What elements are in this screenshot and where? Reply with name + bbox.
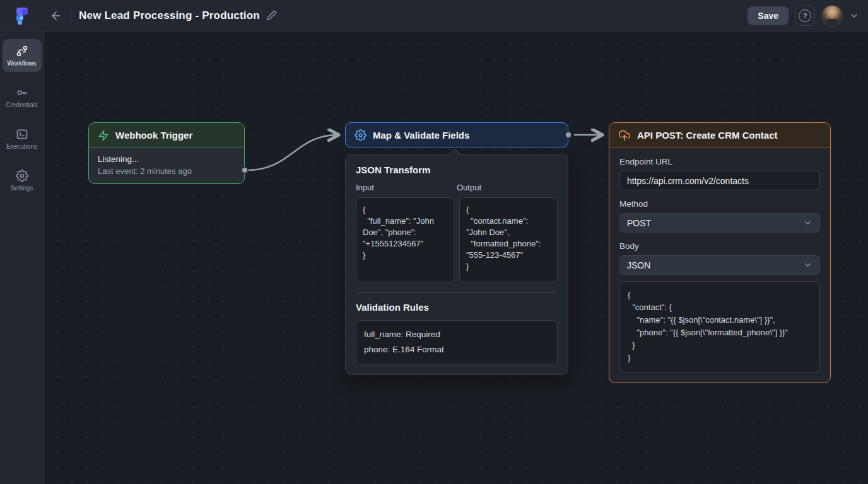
- chevron-down-icon: [803, 260, 812, 270]
- sidebar-item-executions[interactable]: Executions: [3, 122, 42, 155]
- output-label: Output: [457, 183, 558, 192]
- panel-divider: [356, 292, 558, 293]
- gear-icon: [16, 170, 28, 182]
- method-select[interactable]: POST: [619, 213, 820, 233]
- method-label: Method: [619, 199, 820, 209]
- body-type-select[interactable]: JSON: [619, 255, 820, 275]
- node-map-validate-fields[interactable]: Map & Validate Fields: [345, 122, 568, 147]
- sidebar-item-label: Settings: [10, 185, 33, 192]
- workflow-title: New Lead Processing - Production: [79, 9, 260, 22]
- gear-icon: [355, 129, 367, 141]
- sidebar-item-label: Credentials: [6, 101, 38, 108]
- edit-title-button[interactable]: [266, 10, 277, 21]
- mapper-detail-panel: JSON Transform Input Output { "full_name…: [345, 154, 568, 375]
- topbar-divider: [71, 9, 71, 23]
- mapper-output-port[interactable]: [565, 131, 572, 139]
- validation-rules-box[interactable]: full_name: Required phone: E.164 Format: [356, 320, 558, 364]
- user-avatar[interactable]: [821, 5, 843, 26]
- back-button[interactable]: [47, 6, 66, 25]
- help-button[interactable]: ?: [795, 6, 815, 26]
- validation-rule: phone: E.164 Format: [364, 342, 549, 357]
- lightning-bolt-icon: [98, 130, 109, 141]
- body-label: Body: [619, 241, 820, 251]
- validation-rules-heading: Validation Rules: [356, 302, 558, 313]
- arrow-left-icon: [50, 9, 62, 22]
- node-api-post-create-crm-contact[interactable]: API POST: Create CRM Contact Endpoint UR…: [609, 122, 831, 383]
- output-code-box[interactable]: { "contact.name": "John Doe", "formatted…: [459, 197, 558, 282]
- api-node-header: API POST: Create CRM Contact: [609, 123, 830, 148]
- edge-webhook-to-mapper[interactable]: [247, 135, 338, 170]
- webhook-output-port[interactable]: [241, 166, 249, 174]
- webhook-node-header: Webhook Trigger: [89, 123, 244, 148]
- method-selected-value: POST: [627, 218, 651, 228]
- sidebar-item-credentials[interactable]: Credentials: [3, 81, 42, 113]
- node-webhook-trigger[interactable]: Webhook Trigger Listening... Last event:…: [88, 122, 245, 184]
- chevron-down-icon: [849, 11, 859, 21]
- endpoint-url-label: Endpoint URL: [619, 157, 820, 166]
- account-menu-button[interactable]: [849, 11, 859, 21]
- mapper-node-title: Map & Validate Fields: [373, 130, 469, 141]
- workflow-icon: [16, 45, 28, 57]
- body-type-selected-value: JSON: [627, 260, 650, 270]
- webhook-node-title: Webhook Trigger: [115, 130, 192, 141]
- workflow-canvas[interactable]: Webhook Trigger Listening... Last event:…: [44, 32, 868, 484]
- request-body-code-box[interactable]: { "contact": { "name": "{{ $json[\"conta…: [619, 281, 820, 372]
- webhook-status: Listening...: [98, 154, 235, 164]
- top-bar: New Lead Processing - Production Save ?: [0, 0, 868, 32]
- key-icon: [16, 86, 28, 99]
- app-logo-icon: [13, 6, 32, 26]
- api-node-body: Endpoint URL https://api.crm.com/v2/cont…: [609, 148, 830, 383]
- webhook-node-body: Listening... Last event: 2 minutes ago: [89, 148, 244, 183]
- sidebar: Workflows Credentials Executions Setting…: [0, 32, 44, 484]
- app-logo[interactable]: [0, 6, 44, 26]
- sidebar-item-label: Workflows: [8, 60, 37, 67]
- pencil-icon: [266, 10, 277, 21]
- json-transform-heading: JSON Transform: [356, 164, 558, 175]
- help-icon: ?: [799, 9, 811, 22]
- sidebar-item-workflows[interactable]: Workflows: [3, 39, 42, 72]
- webhook-last-event: Last event: 2 minutes ago: [98, 166, 235, 176]
- sidebar-item-label: Executions: [6, 143, 37, 150]
- sidebar-item-settings[interactable]: Settings: [3, 164, 42, 197]
- endpoint-url-input[interactable]: https://api.crm.com/v2/contacts: [619, 171, 820, 190]
- validation-rule: full_name: Required: [364, 327, 549, 342]
- api-node-title: API POST: Create CRM Contact: [637, 130, 778, 141]
- input-code-box[interactable]: { "full_name": "John Doe", "phone": "+15…: [356, 197, 454, 282]
- terminal-icon: [16, 128, 28, 141]
- chevron-down-icon: [803, 218, 812, 228]
- cloud-upload-icon: [618, 129, 631, 142]
- input-label: Input: [356, 183, 457, 192]
- save-button[interactable]: Save: [748, 6, 789, 25]
